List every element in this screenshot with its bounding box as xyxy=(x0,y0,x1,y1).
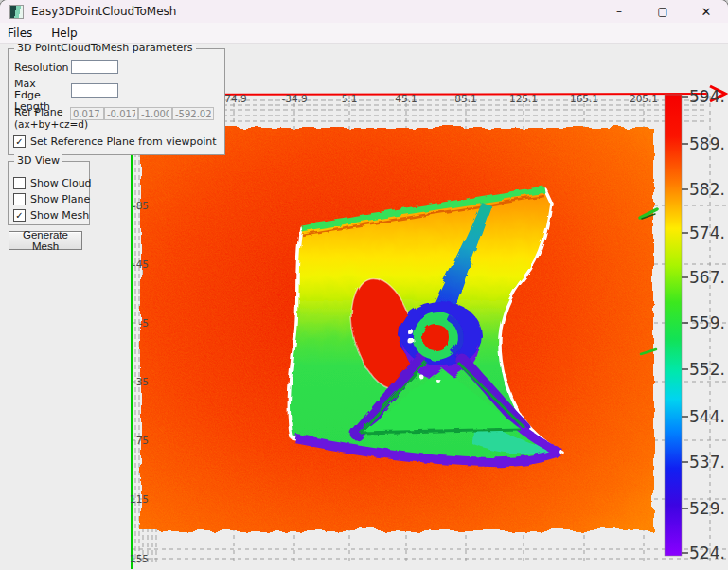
svg-text:-85: -85 xyxy=(133,200,149,211)
svg-text:35: 35 xyxy=(136,376,149,387)
resolution-input[interactable] xyxy=(71,60,118,74)
minimize-button[interactable]: – xyxy=(597,0,641,23)
view-panel: 3D View Show Cloud Show Plane ✓ Show Mes… xyxy=(8,161,90,225)
window-controls: – ▢ ✕ xyxy=(597,0,728,23)
checkbox-mark: ✓ xyxy=(13,209,26,222)
ref-plane-d-field xyxy=(172,107,214,120)
svg-text:529.: 529. xyxy=(689,499,725,518)
svg-text:115: 115 xyxy=(130,493,149,505)
svg-text:567.: 567. xyxy=(689,268,725,287)
svg-text:205.1: 205.1 xyxy=(630,93,658,104)
params-panel: 3D PointCloudToMesh parameters Resolutio… xyxy=(8,48,225,155)
ref-plane-b-field xyxy=(104,107,138,120)
app-icon xyxy=(9,5,24,19)
svg-text:165.1: 165.1 xyxy=(570,93,598,104)
menu-bar: Files Help xyxy=(0,23,728,44)
maximize-button[interactable]: ▢ xyxy=(641,0,684,23)
show-mesh-checkbox[interactable]: ✓ Show Mesh xyxy=(13,209,89,222)
show-plane-checkbox[interactable]: Show Plane xyxy=(13,193,90,205)
max-edge-input[interactable] xyxy=(71,83,118,98)
checkbox-mark xyxy=(13,193,26,205)
view-panel-title: 3D View xyxy=(14,154,62,167)
svg-text:5.1: 5.1 xyxy=(342,93,358,104)
svg-text:524.: 524. xyxy=(689,543,725,562)
checkbox-mark: ✓ xyxy=(13,135,26,148)
resolution-label: Resolution xyxy=(14,62,68,74)
app-window: 594. 589. 582. 574. 567. 559. 552. 544. … xyxy=(0,0,728,570)
svg-text:552.: 552. xyxy=(689,360,725,379)
svg-text:-34.9: -34.9 xyxy=(281,93,307,104)
svg-text:574.: 574. xyxy=(689,223,725,242)
svg-text:-45: -45 xyxy=(133,258,149,270)
svg-text:155: 155 xyxy=(130,553,149,564)
svg-text:559.: 559. xyxy=(689,313,725,332)
close-button[interactable]: ✕ xyxy=(684,0,728,23)
svg-text:-5: -5 xyxy=(139,317,149,329)
checkbox-mark xyxy=(13,177,26,189)
window-title: Easy3DPointCloudToMesh xyxy=(31,5,176,18)
ref-plane-label: Ref Plane xyxy=(14,107,62,118)
show-cloud-checkbox[interactable]: Show Cloud xyxy=(13,177,92,189)
svg-text:537.: 537. xyxy=(689,453,725,472)
svg-text:589.: 589. xyxy=(689,134,725,153)
svg-text:544.: 544. xyxy=(689,407,725,426)
svg-text:75: 75 xyxy=(136,435,149,446)
menu-help[interactable]: Help xyxy=(42,23,86,43)
ref-plane-a-field xyxy=(70,107,104,120)
svg-text:125.1: 125.1 xyxy=(509,93,538,104)
center-hole-core xyxy=(421,323,448,349)
generate-mesh-button[interactable]: Generate Mesh xyxy=(9,231,82,250)
svg-text:594.: 594. xyxy=(689,87,725,106)
ref-plane-c-field xyxy=(138,107,172,120)
svg-text:582.: 582. xyxy=(689,180,725,199)
menu-files[interactable]: Files xyxy=(0,23,42,43)
svg-text:45.1: 45.1 xyxy=(395,93,417,104)
svg-text:85.1: 85.1 xyxy=(454,93,476,104)
ref-plane-viewpoint-checkbox[interactable]: ✓ Set Reference Plane from viewpoint xyxy=(13,135,217,148)
title-bar[interactable]: Easy3DPointCloudToMesh – ▢ ✕ xyxy=(0,0,728,23)
